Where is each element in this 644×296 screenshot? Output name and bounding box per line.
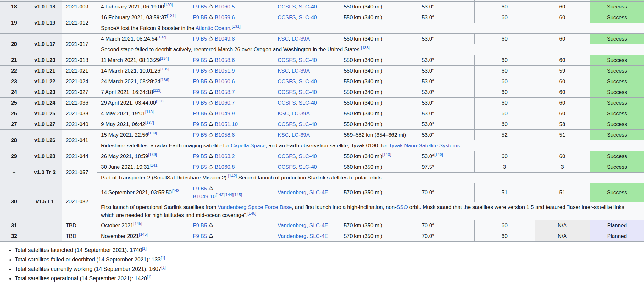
ref-link[interactable]: [139] — [148, 153, 157, 159]
wiki-link[interactable]: CCSFS — [278, 14, 296, 20]
wiki-link[interactable]: CCSFS — [278, 164, 296, 170]
wiki-link[interactable]: SLC-40 — [299, 153, 317, 159]
wiki-link[interactable]: F9 B5 — [193, 79, 207, 85]
wiki-link[interactable]: F9 B5 — [193, 68, 207, 74]
wiki-link[interactable]: F9 B5 — [193, 164, 207, 170]
wiki-link[interactable]: B1051.9 — [215, 68, 235, 74]
wiki-link[interactable]: LC-39A — [291, 36, 310, 42]
launch-notes: SpaceX lost the Falcon 9 booster in the … — [97, 23, 644, 34]
wiki-link[interactable]: SSO — [397, 204, 408, 210]
ref-link[interactable]: [146] — [247, 212, 256, 218]
wiki-link[interactable]: CCSFS — [278, 153, 296, 159]
ref-link[interactable]: [1] — [147, 275, 151, 282]
wiki-link[interactable]: B1059.6 — [215, 14, 235, 20]
wiki-link[interactable]: CCSFS — [278, 79, 296, 85]
wiki-link[interactable]: F9 B5 — [193, 153, 207, 159]
wiki-link[interactable]: F9 B5 — [193, 132, 207, 138]
ref-link[interactable]: [143] — [172, 189, 180, 195]
wiki-link[interactable]: SLC-40 — [299, 57, 317, 63]
wiki-link[interactable]: B1049.10 — [193, 194, 216, 200]
ref-link[interactable]: [145] — [133, 222, 142, 228]
wiki-link[interactable]: CCSFS — [278, 100, 296, 106]
ref-link[interactable]: [145] — [233, 194, 242, 200]
ref-link[interactable]: [140] — [382, 153, 391, 159]
ref-link[interactable]: [134] — [160, 57, 169, 63]
wiki-link[interactable]: Vandenberg Space Force Base — [218, 204, 292, 210]
wiki-link[interactable]: CCSFS — [278, 57, 296, 63]
wiki-link[interactable]: B1060.7 — [215, 100, 235, 106]
wiki-link[interactable]: F9 B5 — [193, 14, 207, 20]
wiki-link[interactable]: B1058.7 — [215, 89, 235, 95]
ref-link[interactable]: [113] — [153, 89, 161, 95]
ref-link[interactable]: [1] — [161, 256, 165, 263]
wiki-link[interactable]: B1049.8 — [215, 36, 235, 42]
ref-link[interactable]: [138] — [148, 132, 157, 138]
ref-link[interactable]: [131] — [232, 25, 241, 31]
wiki-link[interactable]: SLC-40 — [299, 89, 317, 95]
wiki-link[interactable]: LC-39A — [291, 111, 310, 117]
orbit-altitude: 550 km (340 mi) — [340, 108, 418, 119]
wiki-link[interactable]: Vandenberg — [278, 222, 306, 228]
ref-link[interactable]: [1] — [161, 266, 166, 272]
wiki-link[interactable]: CCSFS — [278, 4, 296, 10]
wiki-link[interactable]: LC-39A — [291, 132, 310, 138]
wiki-link[interactable]: F9 B5 — [193, 121, 207, 127]
wiki-link[interactable]: SLC-40 — [299, 100, 317, 106]
ref-link[interactable]: [137] — [145, 121, 154, 127]
ref-link[interactable]: [145] — [139, 233, 148, 239]
wiki-link[interactable]: Capella Space — [231, 143, 266, 149]
wiki-link[interactable]: Vandenberg — [278, 189, 306, 195]
ref-link[interactable]: [113] — [145, 111, 154, 117]
ref-link[interactable]: [1] — [142, 247, 147, 253]
wiki-link[interactable]: CCSFS — [278, 121, 296, 127]
ref-link[interactable]: [133] — [361, 47, 370, 52]
wiki-link[interactable]: SLC-40 — [299, 79, 317, 85]
wiki-link[interactable]: KSC — [278, 36, 289, 42]
wiki-link[interactable]: B1058.8 — [215, 132, 235, 138]
wiki-link[interactable]: B1063.2 — [215, 153, 235, 159]
wiki-link[interactable]: B1060.5 — [215, 4, 235, 10]
ref-link[interactable]: [136] — [160, 79, 169, 85]
ref-link[interactable]: [143] — [216, 194, 225, 200]
wiki-link[interactable]: B1060.8 — [215, 164, 235, 170]
rocket-booster: F9 B5 ♺ B1058.7 — [189, 87, 274, 98]
wiki-link[interactable]: KSC — [278, 68, 289, 74]
wiki-link[interactable]: SLC-40 — [299, 14, 317, 20]
wiki-link[interactable]: LC-39A — [291, 68, 310, 74]
ref-link[interactable]: [141] — [150, 164, 158, 170]
wiki-link[interactable]: B1060.6 — [215, 79, 235, 85]
wiki-link[interactable]: F9 B5 — [193, 222, 207, 228]
ref-link[interactable]: [131] — [167, 14, 176, 20]
ref-link[interactable]: [113] — [156, 100, 164, 106]
ref-link[interactable]: [130] — [164, 4, 173, 10]
wiki-link[interactable]: F9 B5 — [193, 186, 207, 192]
wiki-link[interactable]: SLC-4E — [309, 222, 328, 228]
wiki-link[interactable]: F9 B5 — [193, 111, 207, 117]
wiki-link[interactable]: SLC-40 — [299, 164, 317, 170]
ref-link[interactable]: [135] — [160, 68, 169, 74]
wiki-link[interactable]: CCSFS — [278, 89, 296, 95]
wiki-link[interactable]: F9 B5 — [193, 89, 207, 95]
wiki-link[interactable]: F9 B5 — [193, 233, 207, 239]
wiki-link[interactable]: KSC — [278, 111, 289, 117]
launch-number: 29 — [0, 151, 28, 162]
wiki-link[interactable]: F9 B5 — [193, 4, 207, 10]
ref-link[interactable]: [140] — [434, 153, 443, 159]
wiki-link[interactable]: SLC-40 — [299, 121, 317, 127]
wiki-link[interactable]: SLC-4E — [309, 189, 328, 195]
wiki-link[interactable]: SLC-40 — [299, 4, 317, 10]
wiki-link[interactable]: F9 B5 — [193, 36, 207, 42]
ref-link[interactable]: [142] — [228, 175, 237, 181]
ref-link[interactable]: [144] — [225, 194, 233, 200]
wiki-link[interactable]: KSC — [278, 132, 289, 138]
wiki-link[interactable]: B1049.9 — [215, 111, 235, 117]
wiki-link[interactable]: F9 B5 — [193, 57, 207, 63]
wiki-link[interactable]: SLC-4E — [309, 233, 328, 239]
ref-link[interactable]: [132] — [158, 36, 166, 42]
wiki-link[interactable]: Vandenberg — [278, 233, 306, 239]
wiki-link[interactable]: B1051.10 — [215, 121, 238, 127]
wiki-link[interactable]: B1058.6 — [215, 57, 235, 63]
wiki-link[interactable]: Tyvak Nano-Satellite Systems — [389, 143, 460, 149]
wiki-link[interactable]: F9 B5 — [193, 100, 207, 106]
wiki-link[interactable]: Atlantic Ocean — [196, 25, 230, 31]
